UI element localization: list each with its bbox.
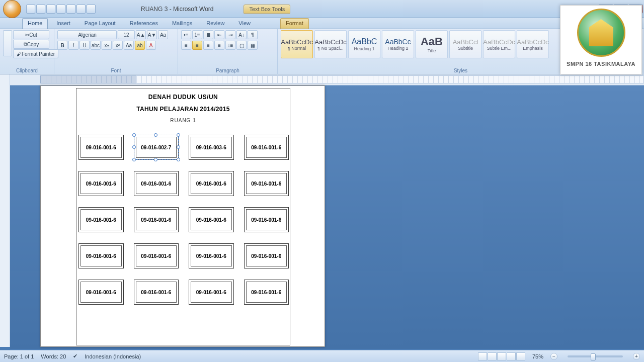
bold-icon[interactable]: B — [57, 41, 67, 50]
cut-button[interactable]: ✂ Cut — [13, 30, 49, 39]
seat-textbox[interactable]: 09-016-001-6 — [189, 280, 234, 305]
tab-format[interactable]: Format — [280, 18, 309, 29]
selection-handle[interactable] — [154, 133, 157, 137]
seat-textbox[interactable]: 09-016-001-6 — [244, 207, 289, 232]
zoom-out-button[interactable]: − — [550, 353, 557, 360]
tab-insert[interactable]: Insert — [51, 18, 76, 29]
change-case-icon[interactable]: Aa — [124, 41, 134, 50]
view-full-screen-icon[interactable] — [488, 352, 497, 360]
font-size-select[interactable]: 12 — [118, 30, 135, 39]
superscript-icon[interactable]: x² — [113, 41, 123, 50]
seat-textbox[interactable]: 09-016-001-6 — [244, 135, 289, 160]
seat-textbox[interactable]: 09-016-001-6 — [78, 280, 124, 305]
multilevel-icon[interactable]: ≣ — [203, 30, 213, 39]
shading-icon[interactable]: ▢ — [236, 41, 247, 50]
tab-home[interactable]: Home — [22, 18, 48, 29]
style-normal[interactable]: AaBbCcDc¶ Normal — [281, 30, 313, 58]
seat-textbox[interactable]: 09-016-001-6 — [189, 171, 234, 196]
font-color-icon[interactable]: A — [146, 41, 156, 50]
tab-page-layout[interactable]: Page Layout — [79, 18, 121, 29]
underline-icon[interactable]: U — [79, 41, 90, 50]
seat-textbox[interactable]: 09-016-001-6 — [244, 280, 289, 305]
copy-button[interactable]: ⧉ Copy — [13, 40, 49, 49]
selection-handle[interactable] — [154, 158, 157, 161]
qat-save-icon[interactable] — [26, 5, 35, 14]
align-center-icon[interactable]: ≡ — [192, 41, 202, 50]
style-no-spacing[interactable]: AaBbCcDc¶ No Spaci... — [314, 30, 347, 58]
style-emphasis[interactable]: AaBbCcDcEmphasis — [517, 30, 549, 58]
subscript-icon[interactable]: x₂ — [102, 41, 112, 50]
seat-textbox[interactable]: 09-016-002-7 — [134, 135, 179, 160]
show-marks-icon[interactable]: ¶ — [248, 30, 258, 39]
selection-handle[interactable] — [132, 158, 136, 161]
format-painter-button[interactable]: 🖌 Format Painter — [13, 49, 58, 58]
style-heading1[interactable]: AaBbCHeading 1 — [348, 30, 380, 58]
style-subtle-em[interactable]: AaBbCcDcSubtle Em... — [483, 30, 515, 58]
selection-handle[interactable] — [177, 133, 180, 137]
view-draft-icon[interactable] — [516, 352, 525, 360]
style-title[interactable]: AaBTitle — [416, 30, 448, 58]
seat-textbox[interactable]: 09-016-001-6 — [78, 135, 124, 160]
qat-new-icon[interactable] — [56, 5, 65, 14]
selection-handle[interactable] — [132, 145, 136, 149]
tab-review[interactable]: Review — [201, 18, 230, 29]
selection-handle[interactable] — [132, 133, 136, 137]
italic-icon[interactable]: I — [68, 41, 78, 50]
seat-textbox[interactable]: 09-016-001-6 — [78, 243, 124, 268]
status-words[interactable]: Words: 20 — [41, 353, 66, 359]
qat-more-icon[interactable] — [87, 5, 96, 14]
align-left-icon[interactable]: ≡ — [181, 41, 191, 50]
document-page[interactable]: DENAH DUDUK US/UN TAHUN PELAJARAN 2014/2… — [40, 85, 325, 347]
seat-textbox[interactable]: 09-016-001-6 — [134, 207, 179, 232]
document-workspace[interactable]: DENAH DUDUK US/UN TAHUN PELAJARAN 2014/2… — [10, 85, 644, 349]
numbering-icon[interactable]: 1≡ — [192, 30, 202, 39]
increase-indent-icon[interactable]: ⇥ — [225, 30, 235, 39]
qat-undo-icon[interactable] — [36, 5, 45, 14]
seat-textbox[interactable]: 09-016-001-6 — [244, 243, 289, 268]
view-print-layout-icon[interactable] — [478, 352, 487, 360]
office-button[interactable] — [3, 0, 21, 18]
seat-textbox[interactable]: 09-016-001-6 — [134, 280, 179, 305]
seat-textbox[interactable]: 09-016-001-6 — [189, 243, 234, 268]
paste-button[interactable] — [3, 30, 12, 56]
seat-textbox[interactable]: 09-016-001-6 — [244, 171, 289, 196]
sort-icon[interactable]: A↓ — [236, 30, 247, 39]
align-right-icon[interactable]: ≡ — [203, 41, 213, 50]
grow-font-icon[interactable]: A▲ — [136, 30, 146, 39]
view-outline-icon[interactable] — [507, 352, 516, 360]
zoom-level[interactable]: 75% — [532, 353, 543, 359]
font-name-select[interactable]: Algerian — [57, 30, 117, 39]
strike-icon[interactable]: abc — [91, 41, 101, 50]
clear-format-icon[interactable]: Aa — [158, 30, 168, 39]
proofing-icon[interactable]: ✔ — [73, 353, 77, 359]
tab-view[interactable]: View — [233, 18, 256, 29]
decrease-indent-icon[interactable]: ⇤ — [214, 30, 224, 39]
seat-textbox[interactable]: 09-016-001-6 — [78, 207, 124, 232]
vertical-ruler[interactable] — [0, 74, 10, 347]
selection-handle[interactable] — [177, 158, 180, 161]
style-heading2[interactable]: AaBbCcHeading 2 — [382, 30, 414, 58]
shrink-font-icon[interactable]: A▼ — [147, 30, 157, 39]
selection-handle[interactable] — [177, 145, 180, 149]
tab-references[interactable]: References — [124, 18, 164, 29]
bullets-icon[interactable]: •≡ — [181, 30, 191, 39]
qat-preview-icon[interactable] — [76, 5, 86, 14]
status-language[interactable]: Indonesian (Indonesia) — [85, 353, 141, 359]
zoom-slider[interactable] — [568, 355, 623, 357]
qat-redo-icon[interactable] — [46, 5, 55, 14]
zoom-in-button[interactable]: + — [633, 353, 640, 360]
highlight-color-icon[interactable]: ab — [135, 41, 145, 50]
tab-mailings[interactable]: Mailings — [167, 18, 198, 29]
seat-textbox[interactable]: 09-016-001-6 — [78, 171, 124, 196]
justify-icon[interactable]: ≡ — [214, 41, 224, 50]
status-page[interactable]: Page: 1 of 1 — [4, 353, 34, 359]
horizontal-ruler[interactable] — [0, 74, 644, 85]
seat-textbox[interactable]: 09-016-003-6 — [189, 135, 234, 160]
seat-textbox[interactable]: 09-016-001-6 — [134, 243, 179, 268]
seat-textbox[interactable]: 09-016-001-6 — [189, 207, 234, 232]
line-spacing-icon[interactable]: ↕≡ — [225, 41, 235, 50]
style-subtitle[interactable]: AaBbCclSubtitle — [449, 30, 481, 58]
qat-open-icon[interactable] — [66, 5, 75, 14]
borders-icon[interactable]: ▦ — [248, 41, 258, 50]
view-web-icon[interactable] — [497, 352, 506, 360]
